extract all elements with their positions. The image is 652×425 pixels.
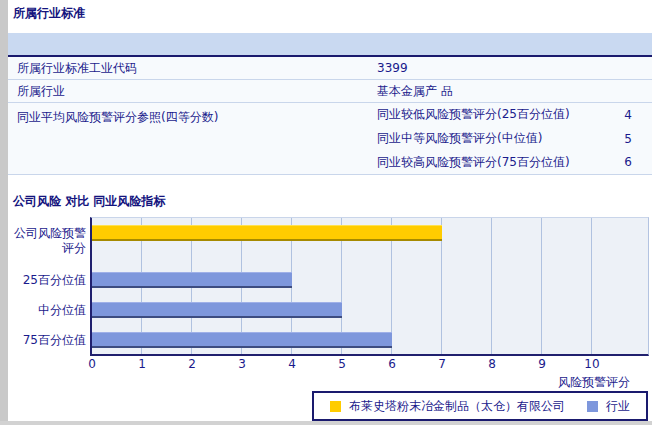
subrow-value: 5 — [592, 132, 652, 146]
industry-standard-table: 所属行业标准工业代码 3399 所属行业 基本金属产 品 同业平均风险预警评分参… — [8, 33, 652, 175]
subrow-p75: 同业较高风险预警评分(75百分位值) 6 — [377, 150, 652, 174]
category-labels: 公司风险预警评分25百分位值中分位值75百分位值 — [8, 217, 88, 355]
legend-swatch-industry-icon — [587, 401, 598, 412]
row-label: 同业平均风险预警评分参照(四等分数) — [8, 103, 377, 174]
quartile-subtable: 同业较低风险预警评分(25百分位值) 4 同业中等风险预警评分(中位值) 5 同… — [377, 103, 652, 174]
row-label: 所属行业标准工业代码 — [8, 60, 377, 77]
x-tick-label: 3 — [238, 357, 246, 371]
gridline — [491, 218, 492, 354]
x-tick-label: 1 — [138, 357, 146, 371]
x-tick-label: 10 — [584, 357, 599, 371]
category-label: 25百分位值 — [8, 273, 86, 288]
chart-legend: 布莱史塔粉末冶金制品（太仓）有限公司 行业 — [312, 391, 648, 421]
table-row-industry: 所属行业 基本金属产 品 — [8, 80, 652, 103]
x-tick-label: 8 — [488, 357, 496, 371]
table-header-band — [8, 33, 652, 57]
table-row-peer-quartiles: 同业平均风险预警评分参照(四等分数) 同业较低风险预警评分(25百分位值) 4 … — [8, 103, 652, 175]
subrow-label: 同业中等风险预警评分(中位值) — [377, 130, 592, 147]
category-label: 中分位值 — [8, 303, 86, 318]
section-title-risk-comparison: 公司风险 对比 同业风险指标 — [13, 193, 165, 210]
row-value: 基本金属产 品 — [377, 83, 652, 100]
row-value: 3399 — [377, 61, 652, 75]
x-tick-label: 5 — [338, 357, 346, 371]
x-tick-label: 4 — [288, 357, 296, 371]
gridline — [541, 218, 542, 354]
x-axis-title: 风险预警评分 — [90, 374, 630, 391]
legend-swatch-company-icon — [330, 401, 341, 412]
subrow-label: 同业较低风险预警评分(25百分位值) — [377, 106, 592, 123]
category-label: 公司风险预警评分 — [8, 226, 86, 256]
subrow-value: 4 — [592, 108, 652, 122]
legend-label-industry: 行业 — [606, 398, 630, 415]
x-tick-label: 6 — [388, 357, 396, 371]
x-tick-label: 7 — [438, 357, 446, 371]
chart-bar — [92, 332, 392, 348]
subrow-label: 同业较高风险预警评分(75百分位值) — [377, 154, 592, 171]
section-title-industry-standard: 所属行业标准 — [13, 5, 85, 22]
x-tick-label: 2 — [188, 357, 196, 371]
x-tick-label: 0 — [88, 357, 96, 371]
left-gutter — [0, 0, 8, 421]
bottom-gutter — [0, 421, 652, 425]
subrow-value: 6 — [592, 155, 652, 169]
subrow-p25: 同业较低风险预警评分(25百分位值) 4 — [377, 103, 652, 127]
plot-area — [90, 217, 649, 356]
table-row-industry-code: 所属行业标准工业代码 3399 — [8, 57, 652, 80]
x-axis-ticks: 012345678910 — [92, 357, 648, 372]
row-label: 所属行业 — [8, 83, 377, 100]
gridline — [591, 218, 592, 354]
category-label: 75百分位值 — [8, 333, 86, 348]
chart-bar — [92, 302, 342, 318]
chart-bar — [92, 225, 442, 241]
x-tick-label: 9 — [538, 357, 546, 371]
legend-label-company: 布莱史塔粉末冶金制品（太仓）有限公司 — [349, 398, 565, 415]
chart-bar — [92, 272, 292, 288]
subrow-median: 同业中等风险预警评分(中位值) 5 — [377, 127, 652, 151]
